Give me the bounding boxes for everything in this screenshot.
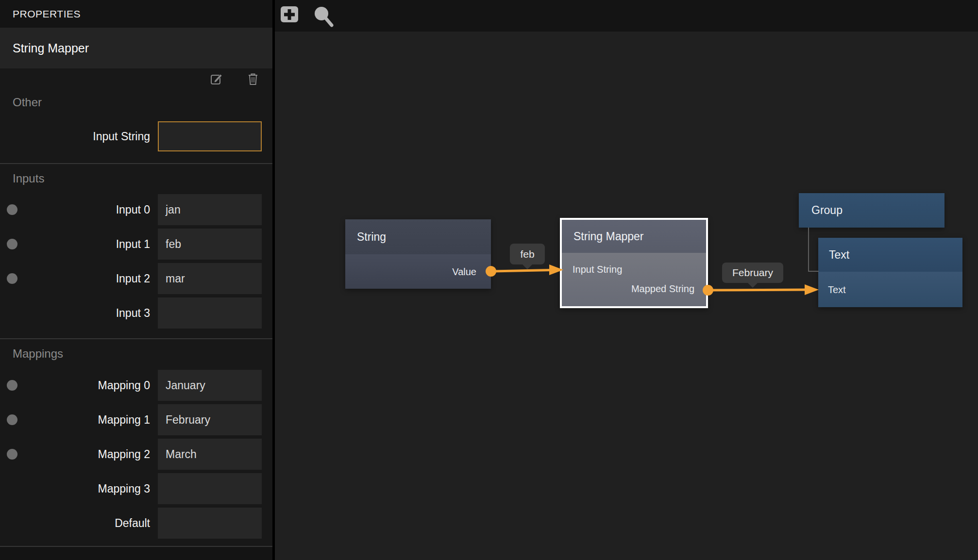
section-title-other: Other — [13, 94, 42, 111]
input1-label: Input 1 — [0, 229, 150, 260]
input2-field[interactable]: mar — [158, 263, 262, 294]
node-text[interactable]: Text Text — [818, 238, 962, 307]
property-row-input1: Input 1 feb — [0, 229, 272, 260]
selected-node-name: String Mapper — [13, 28, 89, 68]
section-separator — [0, 338, 272, 339]
input3-label: Input 3 — [0, 297, 150, 329]
wire-value-tooltip-feb: feb — [510, 244, 545, 264]
section-title-mappings: Mappings — [13, 346, 63, 362]
property-row-input2: Input 2 mar — [0, 263, 272, 294]
node-string-mapper-title[interactable]: String Mapper — [562, 220, 706, 253]
node-group-title[interactable]: Group — [799, 193, 944, 228]
node-string-mapper-selected[interactable]: String Mapper Input String Mapped String — [560, 218, 708, 308]
section-title-inputs: Inputs — [13, 170, 44, 187]
mapping0-field[interactable]: January — [158, 370, 262, 401]
canvas-toolbar — [275, 0, 978, 32]
mapping2-label: Mapping 2 — [0, 439, 150, 470]
input0-field[interactable]: jan — [158, 194, 262, 225]
node-text-title[interactable]: Text — [818, 238, 962, 272]
property-row-mapping3: Mapping 3 — [0, 473, 272, 504]
mapping2-field[interactable]: March — [158, 439, 262, 470]
port-text-label: Text — [828, 284, 846, 296]
sidebar-bottom-strip — [0, 547, 272, 560]
default-label: Default — [0, 508, 150, 539]
property-row-mapping2: Mapping 2 March — [0, 439, 272, 470]
property-row-input3: Input 3 — [0, 297, 272, 329]
section-separator — [0, 163, 272, 164]
edit-icon[interactable] — [210, 72, 223, 85]
property-row-input-string: Input String — [0, 121, 272, 151]
mapping3-field[interactable] — [158, 473, 262, 504]
mapping1-field[interactable]: February — [158, 404, 262, 435]
port-value-label: Value — [452, 266, 476, 277]
property-row-input0: Input 0 jan — [0, 194, 272, 225]
node-text-body: Text — [818, 272, 962, 307]
input1-field[interactable]: feb — [158, 229, 262, 260]
input0-label: Input 0 — [0, 194, 150, 225]
port-input-string-label: Input String — [573, 264, 622, 275]
wire-value-tooltip-february: February — [722, 263, 783, 283]
property-row-mapping0: Mapping 0 January — [0, 370, 272, 401]
trash-icon[interactable] — [247, 72, 259, 85]
default-field[interactable] — [158, 508, 262, 539]
property-row-default: Default — [0, 508, 272, 539]
node-string-mapper-body: Input String Mapped String — [562, 253, 706, 306]
selected-node-row: String Mapper — [0, 28, 272, 68]
mapping0-label: Mapping 0 — [0, 370, 150, 401]
node-group[interactable]: Group — [799, 193, 944, 228]
app-window: PROPERTIES String Mapper Other Input Str… — [0, 0, 978, 560]
node-string[interactable]: String Value — [345, 219, 491, 289]
input2-label: Input 2 — [0, 263, 150, 294]
node-string-title[interactable]: String — [345, 219, 491, 254]
properties-panel-title: PROPERTIES — [0, 0, 272, 28]
input-string-label: Input String — [0, 121, 150, 151]
properties-panel: PROPERTIES String Mapper Other Input Str… — [0, 0, 272, 560]
port-mapped-string-label: Mapped String — [631, 283, 694, 295]
property-row-mapping1: Mapping 1 February — [0, 404, 272, 435]
node-string-body: Value — [345, 254, 491, 289]
search-icon[interactable] — [311, 4, 336, 28]
mapping3-label: Mapping 3 — [0, 473, 150, 504]
input-string-field[interactable] — [158, 121, 262, 151]
input3-field[interactable] — [158, 297, 262, 329]
add-node-icon[interactable] — [281, 6, 298, 22]
mapping1-label: Mapping 1 — [0, 404, 150, 435]
